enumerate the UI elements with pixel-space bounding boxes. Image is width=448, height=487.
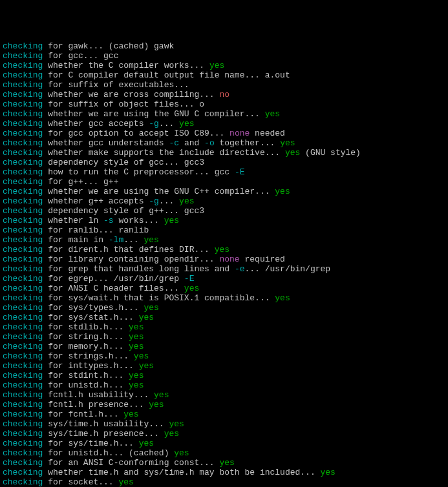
terminal-line: checking how to run the C preprocessor..… <box>3 167 445 177</box>
terminal-segment-plain: works... <box>114 216 164 225</box>
terminal-segment-yes: yes <box>129 342 144 351</box>
terminal-line: checking dependency style of gcc... gcc3 <box>3 158 445 167</box>
terminal-line: checking for egrep... /usr/bin/grep -E <box>3 274 445 284</box>
terminal-segment-yes: yes <box>139 439 154 448</box>
terminal-segment-plain: needed <box>250 129 285 138</box>
terminal-segment-checking: checking <box>3 245 43 254</box>
terminal-segment-plain: dependency style of gcc... gcc3 <box>43 158 204 167</box>
terminal-line: checking fcntl.h presence... yes <box>3 400 445 409</box>
terminal-segment-plain: (GNU style) <box>300 148 361 158</box>
terminal-segment-checking: checking <box>3 351 43 361</box>
terminal-segment-checking: checking <box>3 390 43 400</box>
terminal-segment-yes: yes <box>118 477 133 487</box>
terminal-segment-checking: checking <box>3 380 43 390</box>
terminal-line: checking sys/time.h usability... yes <box>3 419 445 429</box>
terminal-line: checking whether we are cross compiling.… <box>3 90 445 99</box>
terminal-line: checking dependency style of g++... gcc3 <box>3 206 445 216</box>
terminal-segment-plain: for unistd.h... <box>43 380 129 390</box>
terminal-segment-plain: for stdint.h... <box>43 371 129 380</box>
terminal-line: checking for strings.h... yes <box>3 351 445 361</box>
terminal-line: checking for suffix of object files... o <box>3 99 445 109</box>
terminal-line: checking for dirent.h that defines DIR..… <box>3 245 445 254</box>
terminal-segment-checking: checking <box>3 342 43 351</box>
terminal-segment-checking: checking <box>3 196 43 206</box>
terminal-segment-yes: yes <box>154 390 169 400</box>
terminal-segment-yes: yes <box>144 235 158 245</box>
terminal-line: checking for fcntl.h... yes <box>3 409 445 419</box>
terminal-segment-checking: checking <box>3 187 43 196</box>
terminal-segment-checking: checking <box>3 468 43 477</box>
terminal-segment-yes: yes <box>174 448 189 458</box>
terminal-segment-checking: checking <box>3 419 43 429</box>
terminal-line: checking for an ANSI C-conforming const.… <box>3 458 445 468</box>
terminal-segment-checking: checking <box>3 274 43 284</box>
terminal-line: checking for gcc option to accept ISO C8… <box>3 129 445 138</box>
terminal-segment-yes: yes <box>129 371 144 380</box>
terminal-segment-plain: fcntl.h usability... <box>43 390 154 400</box>
terminal-segment-checking: checking <box>3 158 43 167</box>
terminal-line: checking for gawk... (cached) gawk <box>3 41 445 51</box>
terminal-segment-checking: checking <box>3 448 43 458</box>
terminal-line: checking for stdint.h... yes <box>3 371 445 380</box>
terminal-segment-checking: checking <box>3 70 43 80</box>
terminal-segment-plain: for strings.h... <box>43 351 133 361</box>
terminal-segment-checking: checking <box>3 41 43 51</box>
terminal-segment-plain: for socket... <box>43 477 118 487</box>
terminal-segment-flag: -s <box>103 216 114 225</box>
terminal-segment-yes: yes <box>209 61 224 70</box>
terminal-line: checking whether gcc accepts -g... yes <box>3 119 445 129</box>
terminal-segment-plain: together... <box>215 138 280 148</box>
terminal-segment-checking: checking <box>3 138 43 148</box>
terminal-segment-flag: -c <box>169 138 179 148</box>
terminal-segment-plain: for stdlib.h... <box>43 322 129 332</box>
terminal-segment-checking: checking <box>3 284 43 293</box>
terminal-segment-checking: checking <box>3 439 43 448</box>
terminal-line: checking for library containing opendir.… <box>3 254 445 264</box>
terminal-segment-checking: checking <box>3 303 43 313</box>
terminal-segment-checking: checking <box>3 109 43 119</box>
terminal-segment-plain: for g++... g++ <box>43 177 118 187</box>
terminal-segment-yes: yes <box>275 187 290 196</box>
terminal-segment-checking: checking <box>3 80 43 90</box>
terminal-segment-plain: dependency style of g++... gcc3 <box>43 206 204 216</box>
terminal-segment-checking: checking <box>3 129 43 138</box>
terminal-segment-checking: checking <box>3 254 43 264</box>
terminal-segment-checking: checking <box>3 51 43 61</box>
terminal-line: checking sys/time.h presence... yes <box>3 429 445 439</box>
terminal-line: checking for g++... g++ <box>3 177 445 187</box>
terminal-segment-plain: whether we are using the GNU C compiler.… <box>43 109 264 119</box>
terminal-line: checking for suffix of executables... <box>3 80 445 90</box>
terminal-line: checking for main in -lm... yes <box>3 235 445 245</box>
terminal-line: checking for sys/stat.h... yes <box>3 313 445 322</box>
terminal-segment-plain: sys/time.h usability... <box>43 419 169 429</box>
terminal-segment-plain: for gawk... (cached) gawk <box>43 41 174 51</box>
terminal-line: checking for socket... yes <box>3 477 445 487</box>
terminal-segment-checking: checking <box>3 225 43 235</box>
terminal-segment-checking: checking <box>3 61 43 70</box>
terminal-segment-plain: for dirent.h that defines DIR... <box>43 245 214 254</box>
terminal-segment-yes: yes <box>149 400 164 409</box>
terminal-segment-yes: yes <box>321 468 336 477</box>
terminal-line: checking for grep that handles long line… <box>3 264 445 274</box>
terminal-line: checking for ANSI C header files... yes <box>3 284 445 293</box>
terminal-segment-checking: checking <box>3 167 43 177</box>
terminal-line: checking for sys/time.h... yes <box>3 439 445 448</box>
terminal-segment-checking: checking <box>3 400 43 409</box>
terminal-segment-plain: for memory.h... <box>43 342 129 351</box>
terminal-segment-yes: yes <box>129 380 144 390</box>
terminal-segment-none: none <box>229 129 250 138</box>
terminal-segment-yes: yes <box>280 138 295 148</box>
terminal-line: checking for string.h... yes <box>3 332 445 342</box>
terminal-segment-yes: yes <box>123 409 138 419</box>
terminal-segment-plain: for library containing opendir... <box>43 254 219 264</box>
terminal-segment-no: no <box>219 90 229 99</box>
terminal-line: checking for sys/types.h... yes <box>3 303 445 313</box>
terminal-segment-plain: ... /usr/bin/grep <box>244 264 330 274</box>
terminal-segment-yes: yes <box>164 216 179 225</box>
terminal-segment-flag: -e <box>235 264 245 274</box>
terminal-segment-checking: checking <box>3 264 43 274</box>
terminal-segment-checking: checking <box>3 313 43 322</box>
terminal-segment-plain: for sys/stat.h... <box>43 313 138 322</box>
terminal-segment-plain: for ANSI C header files... <box>43 284 184 293</box>
terminal-segment-checking: checking <box>3 332 43 342</box>
